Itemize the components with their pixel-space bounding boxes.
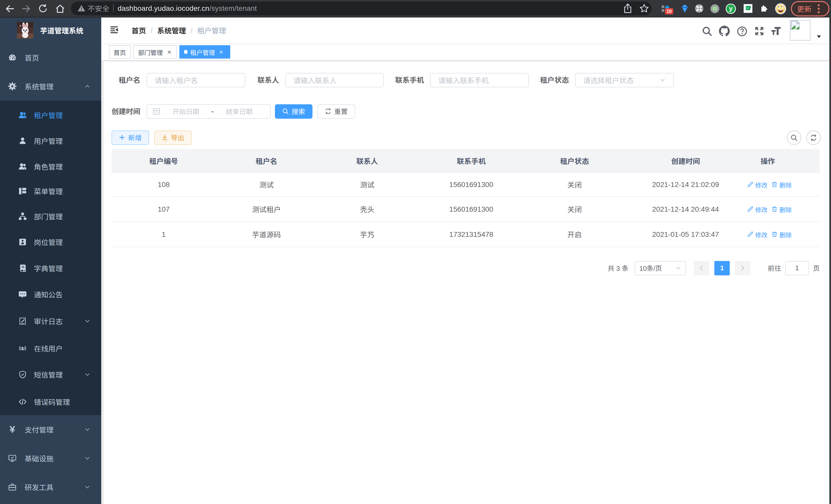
svg-text:y: y <box>729 5 733 12</box>
